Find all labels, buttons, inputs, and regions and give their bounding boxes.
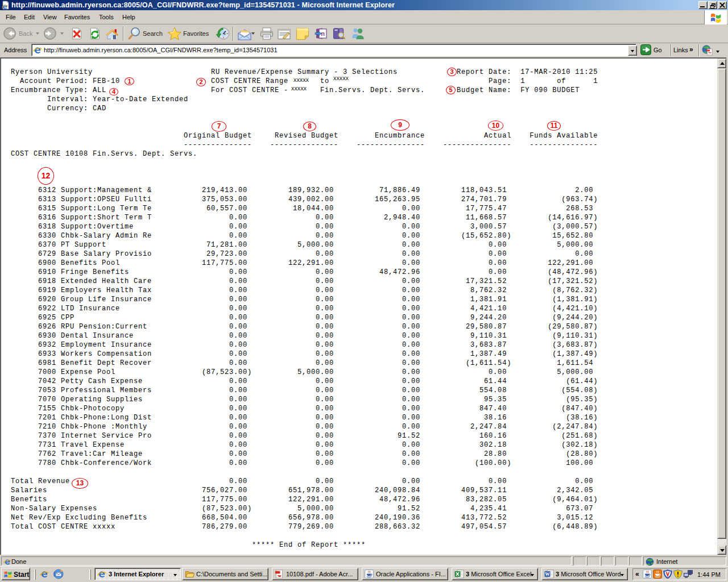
svg-text:W: W [545,571,550,577]
